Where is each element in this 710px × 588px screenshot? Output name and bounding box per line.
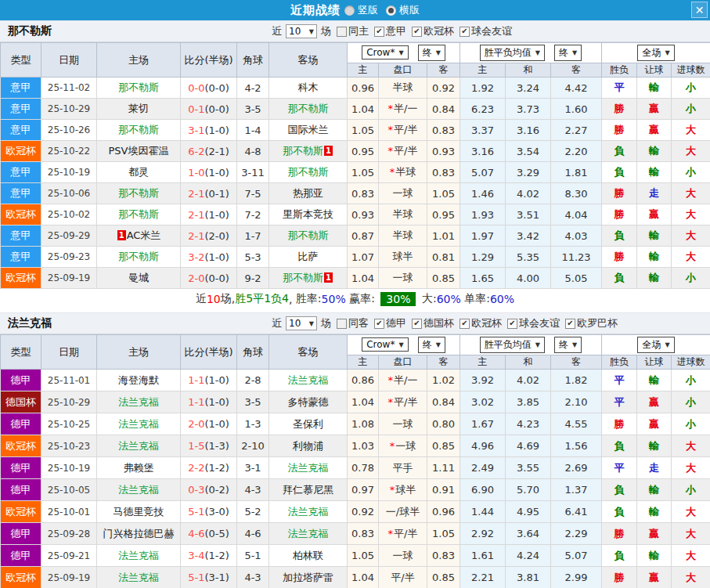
fulltime-score: 0-3 [188, 484, 204, 496]
bookmaker-select[interactable]: Crow*▼ [362, 45, 408, 60]
asia-home-odds-cell: 0.83 [348, 523, 379, 545]
date-label: 25-10-25 [48, 419, 90, 430]
average-select[interactable]: 胜平负均值▼ [480, 337, 545, 353]
euro-odds-group-header: 胜平负均值▼ 终▼ [460, 335, 602, 355]
euro-away-odds: 2.10 [565, 396, 588, 408]
games-label: 场 [321, 24, 331, 38]
match-row: 欧冠杯25-10-02那不勒斯2-1(1-0)7-2里斯本竞技0.93半球0.9… [1, 204, 710, 225]
goals-result-cell: 小 [672, 78, 710, 99]
home-team-cell: 法兰克福 [97, 435, 181, 457]
league-cell: 欧冠杯 [1, 141, 41, 162]
date-label: 25-10-06 [48, 188, 90, 199]
away-team-cell: 法兰克福 [269, 370, 348, 391]
home-team-cell: 海登海默 [97, 370, 181, 391]
handicap-result-cell: 輸 [637, 501, 672, 523]
league-filter-checkbox[interactable]: ✔ [412, 27, 422, 37]
wdl-result-label: 勝 [614, 251, 625, 262]
goals-result-label: 大 [686, 145, 696, 157]
average-select[interactable]: 胜平负均值▼ [480, 45, 545, 61]
bookmaker-select[interactable]: Crow*▼ [362, 337, 408, 352]
euro-away-odds: 6.41 [565, 506, 588, 518]
close-button[interactable]: ✕ [691, 2, 708, 18]
asia-home-odds: 1.07 [351, 251, 374, 263]
caret-down-icon: ▼ [572, 49, 577, 56]
summary-segment: 30% [380, 292, 416, 306]
handicap-result-label: 走 [649, 462, 659, 474]
euro-away-odds: 4.55 [565, 418, 588, 430]
corner-label: 2-10 [241, 440, 265, 452]
league-label: 德甲 [11, 528, 31, 539]
asia-home-odds: 1.08 [351, 418, 374, 430]
radio-vertical[interactable] [344, 5, 355, 16]
handicap-line-cell: 半球 [379, 78, 427, 99]
euro-home-odds: 1.93 [471, 209, 494, 221]
wdl-result-cell: 負 [602, 479, 637, 501]
col-header-score: 比分(半场) [181, 335, 237, 370]
euro-draw-cell: 3.64 [506, 523, 551, 545]
date-label: 25-10-05 [48, 485, 90, 496]
star-marker: * [390, 484, 395, 496]
league-filter-label: 欧冠杯 [471, 316, 502, 330]
league-filter-checkbox[interactable]: ✔ [507, 319, 517, 329]
asia-home-odds: 1.05 [351, 124, 374, 136]
euro-final-select[interactable]: 终▼ [554, 337, 582, 353]
corner-cell: 1-3 [237, 413, 269, 435]
col-header-euro-draw: 和 [506, 355, 551, 370]
same-venue-checkbox[interactable] [337, 27, 347, 37]
date-label: 25-10-19 [48, 463, 90, 474]
league-filter-checkbox[interactable]: ✔ [460, 27, 470, 37]
match-row: 德甲25-09-21法兰克福3-4(1-2)5-1柏林联1.05一球0.831.… [1, 545, 710, 567]
home-team-name: 那不勒斯 [118, 208, 159, 220]
same-venue-label: 同客 [348, 316, 369, 330]
fulltime-score: 5-1 [188, 506, 204, 518]
asia-home-odds-cell: 1.04 [348, 567, 379, 588]
fulltime-score: 6-2 [188, 146, 204, 157]
league-filter-checkbox[interactable]: ✔ [460, 319, 470, 329]
match-row: 意甲25-10-29莱切0-1(0-0)3-5那不勒斯1.04*半/一0.846… [1, 99, 710, 120]
goals-result-label: 大 [686, 506, 696, 518]
fulltime-select[interactable]: 全场▼ [637, 337, 674, 353]
euro-away-odds: 1.60 [565, 103, 588, 115]
handicap-line-cell: *半/一 [379, 99, 427, 120]
handicap-result-cell: 走 [637, 183, 672, 204]
asia-away-odds-cell: 1.02 [427, 370, 460, 391]
asia-final-select[interactable]: 终▼ [418, 337, 445, 353]
euro-draw-cell: 3.85 [506, 391, 551, 413]
match-count-select[interactable]: 10▼ [286, 24, 317, 38]
league-filter-checkbox[interactable]: ✔ [374, 319, 384, 329]
euro-away-odds: 1.82 [565, 374, 588, 386]
wdl-result-cell: 勝 [602, 99, 637, 120]
summary-segment: 胜5平1负4 [235, 292, 289, 306]
radio-horizontal[interactable] [386, 5, 396, 16]
league-filter-checkbox[interactable]: ✔ [374, 27, 384, 37]
corner-cell: 7-5 [237, 183, 269, 204]
same-venue-checkbox[interactable] [337, 319, 347, 329]
euro-home-odds: 2.21 [471, 572, 494, 583]
fulltime-select[interactable]: 全场▼ [637, 45, 674, 61]
handicap-result-label: 贏 [649, 124, 659, 135]
asia-final-select[interactable]: 终▼ [418, 45, 445, 61]
col-header-euro-draw: 和 [506, 63, 551, 78]
score-cell: 1-5(1-3) [181, 435, 237, 457]
league-cell: 德甲 [1, 457, 41, 479]
wdl-result-cell: 勝 [602, 204, 637, 225]
handicap-result-cell: 贏 [637, 120, 672, 141]
corner-label: 5-1 [244, 550, 261, 561]
euro-final-select[interactable]: 终▼ [554, 45, 582, 61]
euro-draw-cell: 3.16 [506, 120, 551, 141]
league-filter-checkbox[interactable]: ✔ [565, 319, 575, 329]
euro-away-odds: 2.20 [565, 146, 588, 157]
home-team-name: 那不勒斯 [118, 81, 159, 93]
asia-away-odds: 0.92 [432, 82, 455, 94]
asia-home-odds-cell: 0.87 [348, 225, 379, 247]
league-cell: 欧冠杯 [1, 501, 41, 523]
wdl-result-label: 負 [614, 550, 625, 561]
corner-cell: 3-5 [237, 391, 269, 413]
date-cell: 25-09-21 [41, 545, 97, 567]
match-count-select[interactable]: 10▼ [286, 316, 317, 330]
euro-draw-odds: 4.02 [517, 188, 539, 200]
team-section-head-napoli: 那不勒斯 近10▼场同主✔意甲✔欧冠杯✔球会友谊 [0, 20, 710, 42]
wdl-result-cell: 平 [602, 457, 637, 479]
league-filter-checkbox[interactable]: ✔ [412, 319, 422, 329]
fulltime-select-value: 全场 [642, 46, 661, 60]
